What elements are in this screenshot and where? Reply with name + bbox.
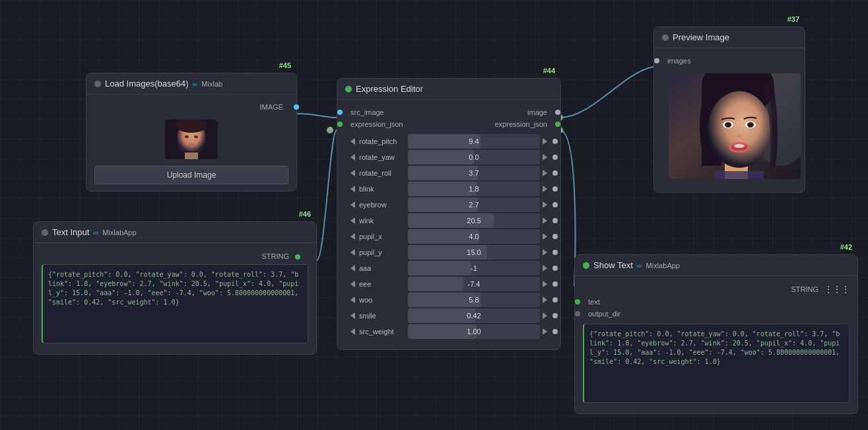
- load-images-output-port: [294, 104, 299, 110]
- slider-track-rotate_pitch[interactable]: 9.4: [408, 134, 540, 149]
- slider-arrow-right-pupil_x[interactable]: [543, 233, 547, 240]
- slider-arrow-right-eee[interactable]: [543, 281, 547, 287]
- slider-arrow-left-rotate_pitch[interactable]: [351, 138, 355, 145]
- slider-value-eyebrow: 2.7: [469, 201, 479, 209]
- slider-value-blink: 1.8: [469, 185, 479, 193]
- slider-row-pupil_x: pupil_x4.0: [351, 229, 547, 244]
- slider-track-rotate_yaw[interactable]: 0.0: [408, 150, 540, 164]
- slider-track-pupil_x[interactable]: 4.0: [408, 229, 540, 244]
- slider-track-wink[interactable]: 20.5: [408, 213, 540, 228]
- slider-port-pupil_x: [552, 234, 558, 239]
- slider-label-rotate_yaw: rotate_yaw: [359, 153, 405, 161]
- upload-image-button[interactable]: Upload Image: [94, 166, 288, 184]
- slider-value-pupil_y: 15.0: [467, 248, 481, 256]
- slider-arrow-left-rotate_yaw[interactable]: [351, 154, 355, 161]
- slider-track-smile[interactable]: 0.42: [408, 308, 540, 323]
- slider-track-woo[interactable]: 5.8: [408, 293, 540, 307]
- load-images-body: IMAGE: [86, 94, 296, 191]
- show-text-text-port: text: [583, 296, 850, 308]
- show-text-text-label: text: [588, 298, 600, 306]
- slider-arrow-right-smile[interactable]: [543, 312, 547, 319]
- slider-port-smile: [552, 313, 558, 318]
- slider-arrow-left-wink[interactable]: [351, 217, 355, 224]
- slider-arrow-left-woo[interactable]: [351, 297, 355, 303]
- slider-track-rotate_roll[interactable]: 3.7: [408, 166, 540, 180]
- load-images-face-preview: [165, 120, 218, 159]
- text-input-content[interactable]: {"rotate_pitch": 0.0, "rotate_yaw": 0.0,…: [42, 264, 308, 343]
- slider-arrow-right-wink[interactable]: [543, 217, 547, 224]
- slider-port-rotate_pitch: [552, 139, 558, 144]
- slider-arrow-left-smile[interactable]: [351, 312, 355, 319]
- text-input-header: Text Input ∞ MixlabApp: [34, 222, 316, 243]
- slider-arrow-left-rotate_roll[interactable]: [351, 170, 355, 176]
- slider-value-wink: 20.5: [467, 217, 481, 225]
- slider-arrow-right-blink[interactable]: [543, 186, 547, 192]
- slider-arrow-right-src_weight[interactable]: [543, 328, 547, 335]
- slider-track-pupil_y[interactable]: 15.0: [408, 245, 540, 260]
- slider-row-blink: blink1.8: [351, 182, 547, 196]
- slider-row-wink: wink20.5: [351, 213, 547, 228]
- slider-arrow-left-blink[interactable]: [351, 186, 355, 192]
- connection-expr-to-show: [560, 130, 575, 286]
- expression-editor-status-dot: [345, 86, 352, 92]
- show-text-infinity: ∞: [637, 262, 642, 269]
- text-input-port-label: STRING: [42, 250, 308, 260]
- slider-label-pupil_x: pupil_x: [359, 233, 405, 240]
- slider-port-aaa: [552, 266, 558, 271]
- expr-src-image-label: src_image: [351, 108, 384, 116]
- slider-label-blink: blink: [359, 185, 405, 193]
- slider-track-eyebrow[interactable]: 2.7: [408, 197, 540, 212]
- slider-row-woo: woo5.8: [351, 293, 547, 307]
- slider-fill-smile: [408, 308, 475, 323]
- svg-point-4: [194, 135, 198, 138]
- slider-arrow-right-rotate_yaw[interactable]: [543, 154, 547, 161]
- slider-arrow-left-pupil_y[interactable]: [351, 249, 355, 256]
- slider-port-eee: [552, 281, 558, 287]
- load-images-status-dot: [94, 81, 101, 87]
- slider-arrow-left-eee[interactable]: [351, 281, 355, 287]
- slider-arrow-left-eyebrow[interactable]: [351, 201, 355, 208]
- slider-arrow-left-src_weight[interactable]: [351, 328, 355, 335]
- connection-expr-to-preview: [560, 66, 660, 118]
- slider-row-rotate_roll: rotate_roll3.7: [351, 166, 547, 180]
- slider-arrow-right-pupil_y[interactable]: [543, 249, 547, 256]
- connection-load-to-expr: [297, 114, 337, 118]
- preview-face-svg: [669, 73, 801, 179]
- slider-label-wink: wink: [359, 217, 405, 225]
- svg-point-15: [725, 122, 731, 127]
- expr-json-out-port: [555, 122, 560, 127]
- conn-dot-1: [327, 127, 333, 133]
- slider-arrow-right-eyebrow[interactable]: [543, 201, 547, 208]
- slider-arrow-right-rotate_roll[interactable]: [543, 170, 547, 176]
- slider-label-rotate_pitch: rotate_pitch: [359, 137, 405, 145]
- svg-rect-22: [715, 171, 764, 179]
- preview-image-title: Preview Image: [673, 32, 729, 42]
- show-text-text-dot: [575, 299, 580, 305]
- slider-row-smile: smile0.42: [351, 308, 547, 323]
- expr-src-image-row: src_image image: [345, 106, 552, 118]
- slider-arrow-left-aaa[interactable]: [351, 265, 355, 271]
- slider-track-aaa[interactable]: -1: [408, 261, 540, 275]
- load-images-port-label: IMAGE: [260, 103, 283, 111]
- slider-fill-rotate_roll: [408, 166, 478, 180]
- slider-fill-rotate_yaw: [408, 150, 474, 164]
- slider-arrow-right-woo[interactable]: [543, 297, 547, 303]
- show-text-node: #42 Show Text ∞ MixlabApp STRING ⋮⋮⋮ tex…: [574, 254, 858, 414]
- slider-track-eee[interactable]: -7.4: [408, 277, 540, 291]
- svg-point-17: [747, 122, 754, 127]
- slider-arrow-left-pupil_x[interactable]: [351, 233, 355, 240]
- slider-arrow-right-aaa[interactable]: [543, 265, 547, 271]
- slider-label-src_weight: src_weight: [359, 328, 405, 336]
- load-images-badge: #45: [279, 61, 291, 69]
- slider-fill-aaa: [408, 261, 471, 275]
- text-input-node: #46 Text Input ∞ MixlabApp STRING {"rota…: [33, 221, 317, 355]
- slider-arrow-right-rotate_pitch[interactable]: [543, 138, 547, 145]
- expression-editor-node: #44 Expression Editor src_image image ex…: [337, 78, 561, 350]
- text-input-app: MixlabApp: [102, 229, 136, 236]
- show-text-body: STRING ⋮⋮⋮ text output_dir {"rotate_pitc…: [575, 276, 857, 413]
- slider-label-woo: woo: [359, 296, 405, 304]
- slider-track-src_weight[interactable]: 1.00: [408, 324, 540, 339]
- preview-image-display: [669, 73, 801, 179]
- svg-rect-6: [185, 153, 198, 159]
- slider-track-blink[interactable]: 1.8: [408, 182, 540, 196]
